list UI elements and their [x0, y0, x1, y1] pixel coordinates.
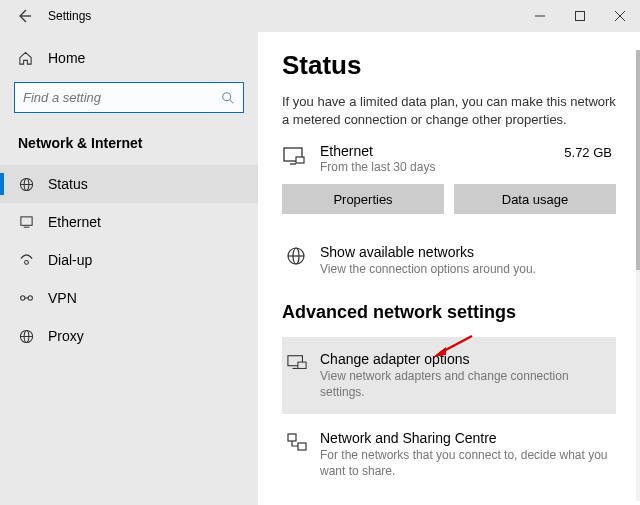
svg-rect-29 — [288, 434, 296, 441]
svg-rect-30 — [298, 443, 306, 450]
nav-item-proxy[interactable]: Proxy — [0, 317, 258, 355]
minimize-button[interactable] — [520, 0, 560, 32]
sharing-icon — [286, 430, 316, 454]
titlebar: Settings — [0, 0, 640, 32]
back-arrow-icon — [16, 8, 32, 24]
network-summary: Ethernet From the last 30 days 5.72 GB — [282, 143, 616, 174]
home-icon — [18, 51, 34, 66]
maximize-button[interactable] — [560, 0, 600, 32]
nav-item-dialup[interactable]: Dial-up — [0, 241, 258, 279]
sidebar: Home Network & Internet Status Ethernet — [0, 32, 258, 505]
show-networks-option[interactable]: Show available networks View the connect… — [282, 238, 616, 283]
option-sub: View network adapters and change connect… — [320, 368, 612, 400]
nav-label: Ethernet — [48, 214, 101, 230]
svg-point-4 — [223, 92, 231, 100]
category-title: Network & Internet — [0, 131, 258, 165]
svg-point-13 — [28, 296, 32, 300]
svg-line-5 — [230, 99, 234, 103]
status-icon — [18, 177, 34, 192]
monitor-icon — [282, 143, 312, 169]
dialup-icon — [18, 253, 34, 268]
close-button[interactable] — [600, 0, 640, 32]
svg-rect-20 — [296, 157, 304, 163]
svg-rect-26 — [298, 362, 306, 368]
ethernet-icon — [18, 215, 34, 230]
sharing-centre-option[interactable]: Network and Sharing Centre For the netwo… — [282, 424, 616, 485]
proxy-icon — [18, 329, 34, 344]
option-title: Show available networks — [320, 244, 612, 260]
minimize-icon — [535, 11, 545, 21]
nav-item-ethernet[interactable]: Ethernet — [0, 203, 258, 241]
svg-point-12 — [20, 296, 24, 300]
option-sub: View the connection options around you. — [320, 261, 612, 277]
globe-icon — [286, 244, 316, 266]
svg-point-11 — [24, 260, 28, 264]
page-description: If you have a limited data plan, you can… — [282, 93, 616, 129]
maximize-icon — [575, 11, 585, 21]
adapter-icon — [286, 351, 316, 373]
network-usage: 5.72 GB — [564, 145, 616, 160]
option-title: Network and Sharing Centre — [320, 430, 612, 446]
svg-rect-9 — [20, 216, 31, 224]
change-adapter-option[interactable]: Change adapter options View network adap… — [282, 337, 616, 414]
search-box[interactable] — [14, 82, 244, 113]
home-button[interactable]: Home — [0, 44, 258, 76]
network-sub: From the last 30 days — [320, 160, 564, 174]
properties-button[interactable]: Properties — [282, 184, 444, 214]
nav-label: VPN — [48, 290, 77, 306]
network-name: Ethernet — [320, 143, 564, 159]
svg-rect-1 — [576, 12, 585, 21]
nav-item-status[interactable]: Status — [0, 165, 258, 203]
content-pane: Status If you have a limited data plan, … — [258, 32, 640, 505]
back-button[interactable] — [10, 2, 38, 30]
option-title: Change adapter options — [320, 351, 612, 367]
option-sub: For the networks that you connect to, de… — [320, 447, 612, 479]
search-icon — [221, 91, 235, 105]
close-icon — [615, 11, 625, 21]
search-input[interactable] — [23, 90, 221, 105]
nav-label: Proxy — [48, 328, 84, 344]
scrollbar-thumb[interactable] — [636, 50, 640, 270]
nav-label: Status — [48, 176, 88, 192]
page-title: Status — [282, 50, 616, 81]
home-label: Home — [48, 50, 85, 66]
data-usage-button[interactable]: Data usage — [454, 184, 616, 214]
nav-label: Dial-up — [48, 252, 92, 268]
window-title: Settings — [48, 9, 91, 23]
window-controls — [520, 0, 640, 32]
advanced-heading: Advanced network settings — [282, 302, 616, 323]
nav-item-vpn[interactable]: VPN — [0, 279, 258, 317]
vpn-icon — [18, 292, 34, 304]
